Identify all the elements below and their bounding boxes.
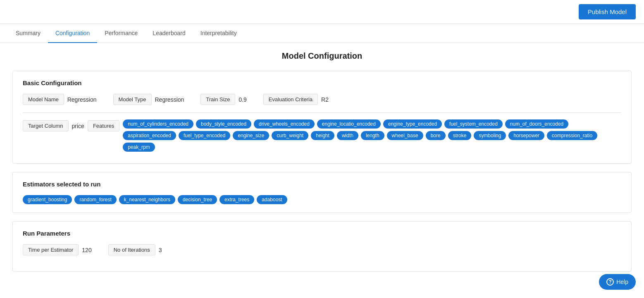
basic-config-row1: Model Name Regression Model Type Regress… bbox=[23, 94, 621, 105]
tab-configuration[interactable]: Configuration bbox=[48, 24, 97, 43]
run-params-section: Run Parameters Time per Estimator 120 No… bbox=[12, 221, 632, 272]
estimators-title: Estimators selected to run bbox=[23, 181, 621, 188]
tab-interpretability[interactable]: Interpretability bbox=[193, 24, 244, 43]
model-name-field: Model Name Regression bbox=[23, 94, 97, 105]
feature-tag: body_style_encoded bbox=[196, 119, 251, 129]
divider1 bbox=[23, 112, 621, 113]
feature-tag: fuel_system_encoded bbox=[444, 119, 503, 129]
feature-tag: peak_rpm bbox=[123, 143, 155, 152]
train-size-field: Train Size 0.9 bbox=[200, 94, 247, 105]
run-params-title: Run Parameters bbox=[23, 230, 621, 237]
train-size-value: 0.9 bbox=[239, 96, 246, 103]
target-col-label: Target Column bbox=[23, 120, 69, 131]
model-name-value: Regression bbox=[67, 96, 97, 103]
eval-criteria-field: Evaluation Criteria R2 bbox=[263, 94, 329, 105]
main-content: Model Configuration Basic Configuration … bbox=[0, 43, 644, 288]
feature-tag: drive_wheels_encoded bbox=[254, 119, 315, 129]
eval-criteria-label: Evaluation Criteria bbox=[263, 94, 318, 105]
feature-tag: aspiration_encoded bbox=[123, 131, 176, 140]
header: Publish Model bbox=[0, 0, 644, 24]
target-col-value: price bbox=[72, 123, 84, 129]
feature-tag: num_of_cylinders_encoded bbox=[123, 119, 193, 129]
features-tags: num_of_cylinders_encodedbody_style_encod… bbox=[123, 119, 621, 152]
feature-tag: engine_type_encoded bbox=[383, 119, 442, 129]
features-container: Features num_of_cylinders_encodedbody_st… bbox=[88, 119, 621, 152]
publish-model-button[interactable]: Publish Model bbox=[579, 4, 636, 19]
eval-criteria-value: R2 bbox=[321, 96, 329, 103]
feature-tag: wheel_base bbox=[387, 131, 423, 140]
basic-config-title: Basic Configuration bbox=[23, 79, 621, 86]
model-name-label: Model Name bbox=[23, 94, 64, 105]
target-features-row: Target Column price Features num_of_cyli… bbox=[23, 119, 621, 152]
tabs-container: Summary Configuration Performance Leader… bbox=[0, 24, 644, 43]
help-button[interactable]: ? Help bbox=[599, 274, 636, 288]
feature-tag: horsepower bbox=[508, 131, 544, 140]
no-of-iterations-field: No of Iterations 3 bbox=[108, 244, 162, 255]
estimators-tags: gradient_boostingrandom_forestk_nearest_… bbox=[23, 195, 621, 204]
help-label: Help bbox=[616, 279, 628, 285]
feature-tag: engine_locatio_encoded bbox=[317, 119, 381, 129]
basic-configuration-section: Basic Configuration Model Name Regressio… bbox=[12, 71, 632, 164]
time-per-estimator-label: Time per Estimator bbox=[23, 244, 79, 255]
feature-tag: height bbox=[311, 131, 334, 140]
tab-leaderboard[interactable]: Leaderboard bbox=[145, 24, 193, 43]
estimator-tag: decision_tree bbox=[178, 195, 217, 204]
no-of-iterations-value: 3 bbox=[159, 247, 162, 253]
feature-tag: num_of_doors_encoded bbox=[505, 119, 568, 129]
run-params-row: Time per Estimator 120 No of Iterations … bbox=[23, 244, 621, 255]
tab-summary[interactable]: Summary bbox=[8, 24, 48, 43]
time-per-estimator-value: 120 bbox=[82, 247, 91, 253]
time-per-estimator-field: Time per Estimator 120 bbox=[23, 244, 92, 255]
estimator-tag: k_nearest_neighbors bbox=[119, 195, 175, 204]
feature-tag: compression_ratio bbox=[547, 131, 597, 140]
estimator-tag: adaboost bbox=[257, 195, 287, 204]
feature-tag: fuel_type_encoded bbox=[179, 131, 230, 140]
feature-tag: stroke bbox=[448, 131, 472, 140]
features-label: Features bbox=[88, 120, 119, 131]
model-type-value: Regression bbox=[155, 96, 184, 103]
page-title: Model Configuration bbox=[12, 51, 632, 61]
estimator-tag: extra_trees bbox=[219, 195, 254, 204]
no-of-iterations-label: No of Iterations bbox=[108, 244, 155, 255]
feature-tag: symboling bbox=[474, 131, 506, 140]
feature-tag: engine_size bbox=[233, 131, 269, 140]
estimators-section: Estimators selected to run gradient_boos… bbox=[12, 172, 632, 213]
feature-tag: length bbox=[361, 131, 384, 140]
feature-tag: width bbox=[337, 131, 358, 140]
help-icon: ? bbox=[606, 278, 614, 286]
model-type-field: Model Type Regression bbox=[113, 94, 184, 105]
model-type-label: Model Type bbox=[113, 94, 152, 105]
feature-tag: bore bbox=[426, 131, 446, 140]
target-col-field: Target Column price bbox=[23, 119, 84, 131]
tab-performance[interactable]: Performance bbox=[97, 24, 145, 43]
estimator-tag: gradient_boosting bbox=[23, 195, 72, 204]
feature-tag: curb_weight bbox=[272, 131, 308, 140]
estimator-tag: random_forest bbox=[74, 195, 116, 204]
train-size-label: Train Size bbox=[200, 94, 235, 105]
